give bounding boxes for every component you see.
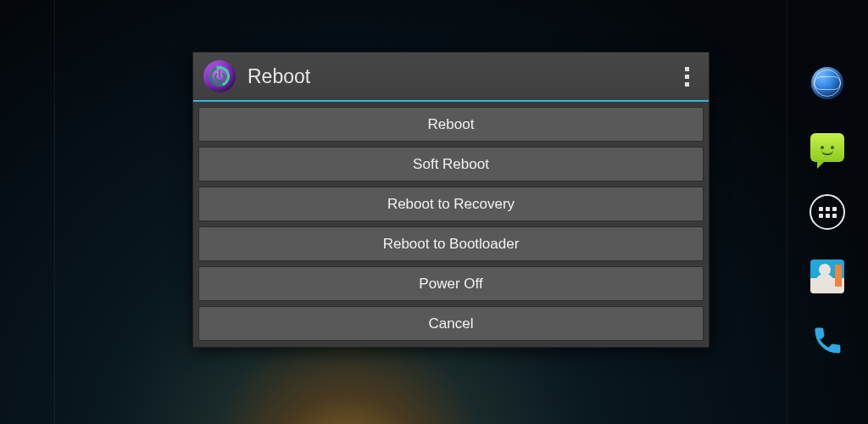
option-label: Reboot bbox=[428, 116, 475, 133]
soft-reboot-button[interactable]: Soft Reboot bbox=[198, 147, 704, 181]
globe-icon bbox=[811, 67, 843, 99]
dialog-header: Reboot bbox=[193, 53, 709, 102]
reboot-button[interactable]: Reboot bbox=[198, 107, 704, 142]
option-label: Reboot to Bootloader bbox=[383, 236, 520, 253]
option-label: Soft Reboot bbox=[413, 156, 489, 173]
overflow-dot-icon bbox=[685, 67, 689, 71]
app-drawer-button[interactable] bbox=[810, 194, 845, 230]
phone-app-icon[interactable] bbox=[810, 323, 845, 359]
overflow-menu-button[interactable] bbox=[675, 60, 698, 92]
dialog-title: Reboot bbox=[248, 65, 675, 88]
launcher-dock bbox=[802, 0, 853, 424]
phone-handset-icon bbox=[810, 323, 845, 359]
dialog-body: Reboot Soft Reboot Reboot to Recovery Re… bbox=[193, 102, 709, 347]
overflow-dot-icon bbox=[685, 82, 689, 86]
option-label: Power Off bbox=[419, 276, 482, 293]
reboot-to-bootloader-button[interactable]: Reboot to Bootloader bbox=[198, 226, 704, 261]
wallpaper-guide-left bbox=[54, 0, 55, 424]
browser-app-icon[interactable] bbox=[810, 65, 845, 101]
cancel-button[interactable]: Cancel bbox=[198, 306, 704, 341]
wallpaper-guide-right bbox=[787, 0, 787, 424]
app-drawer-icon bbox=[810, 194, 845, 230]
messaging-app-icon[interactable] bbox=[810, 130, 845, 165]
reboot-app-icon bbox=[203, 60, 236, 92]
option-label: Reboot to Recovery bbox=[387, 196, 515, 213]
overflow-dot-icon bbox=[685, 75, 689, 79]
contacts-app-icon[interactable] bbox=[810, 259, 845, 294]
reboot-dialog: Reboot Reboot Soft Reboot Reboot to Reco… bbox=[192, 52, 709, 348]
option-label: Cancel bbox=[429, 315, 474, 332]
power-off-button[interactable]: Power Off bbox=[198, 266, 704, 301]
reboot-to-recovery-button[interactable]: Reboot to Recovery bbox=[198, 187, 704, 221]
contacts-icon bbox=[810, 259, 844, 293]
speech-bubble-icon bbox=[810, 133, 844, 162]
